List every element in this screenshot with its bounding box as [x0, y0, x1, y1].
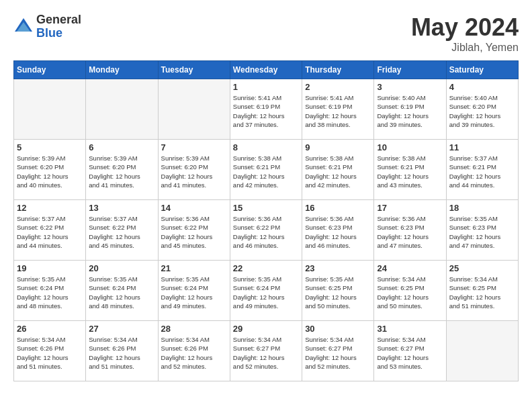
- weekday-header-monday: Monday: [86, 61, 158, 79]
- day-info: Sunrise: 5:34 AM Sunset: 6:25 PM Dayligh…: [377, 275, 443, 310]
- day-number: 9: [305, 142, 371, 152]
- logo-icon: [13, 17, 34, 37]
- day-number: 2: [305, 82, 371, 92]
- day-info: Sunrise: 5:35 AM Sunset: 6:23 PM Dayligh…: [449, 214, 515, 250]
- calendar-cell: 12Sunrise: 5:37 AM Sunset: 6:22 PM Dayli…: [14, 200, 86, 261]
- day-info: Sunrise: 5:39 AM Sunset: 6:20 PM Dayligh…: [89, 154, 154, 189]
- day-info: Sunrise: 5:35 AM Sunset: 6:25 PM Dayligh…: [305, 275, 371, 310]
- day-info: Sunrise: 5:39 AM Sunset: 6:20 PM Dayligh…: [17, 154, 83, 189]
- month-year: May 2024: [411, 13, 519, 42]
- location: Jiblah, Yemen: [411, 42, 519, 54]
- weekday-header-saturday: Saturday: [446, 61, 518, 79]
- calendar-cell: 24Sunrise: 5:34 AM Sunset: 6:25 PM Dayli…: [374, 261, 446, 321]
- day-info: Sunrise: 5:38 AM Sunset: 6:21 PM Dayligh…: [377, 154, 443, 189]
- calendar-cell: 5Sunrise: 5:39 AM Sunset: 6:20 PM Daylig…: [14, 140, 86, 200]
- title-area: May 2024 Jiblah, Yemen: [411, 13, 519, 54]
- calendar-cell: 19Sunrise: 5:35 AM Sunset: 6:24 PM Dayli…: [14, 261, 86, 321]
- calendar-cell: 7Sunrise: 5:39 AM Sunset: 6:20 PM Daylig…: [158, 140, 230, 200]
- day-info: Sunrise: 5:34 AM Sunset: 6:27 PM Dayligh…: [305, 335, 371, 371]
- calendar-cell: 29Sunrise: 5:34 AM Sunset: 6:27 PM Dayli…: [230, 321, 302, 381]
- day-info: Sunrise: 5:35 AM Sunset: 6:24 PM Dayligh…: [17, 275, 83, 310]
- day-number: 27: [89, 324, 154, 334]
- day-number: 15: [233, 203, 299, 213]
- day-info: Sunrise: 5:35 AM Sunset: 6:24 PM Dayligh…: [233, 275, 299, 310]
- day-number: 18: [449, 203, 515, 213]
- day-number: 22: [233, 263, 299, 273]
- day-info: Sunrise: 5:37 AM Sunset: 6:22 PM Dayligh…: [17, 214, 83, 250]
- day-info: Sunrise: 5:34 AM Sunset: 6:26 PM Dayligh…: [17, 335, 83, 371]
- week-row-5: 26Sunrise: 5:34 AM Sunset: 6:26 PM Dayli…: [14, 321, 519, 381]
- day-info: Sunrise: 5:41 AM Sunset: 6:19 PM Dayligh…: [305, 93, 371, 129]
- day-number: 30: [305, 324, 371, 334]
- calendar-cell: 23Sunrise: 5:35 AM Sunset: 6:25 PM Dayli…: [302, 261, 374, 321]
- day-info: Sunrise: 5:37 AM Sunset: 6:22 PM Dayligh…: [89, 214, 154, 250]
- day-number: 12: [17, 203, 83, 213]
- week-row-3: 12Sunrise: 5:37 AM Sunset: 6:22 PM Dayli…: [14, 200, 519, 261]
- day-number: 16: [305, 203, 371, 213]
- day-number: 19: [17, 263, 83, 273]
- day-number: 31: [377, 324, 443, 334]
- calendar-cell: 14Sunrise: 5:36 AM Sunset: 6:22 PM Dayli…: [158, 200, 230, 261]
- calendar-cell: 27Sunrise: 5:34 AM Sunset: 6:26 PM Dayli…: [86, 321, 158, 381]
- calendar-cell: 15Sunrise: 5:36 AM Sunset: 6:22 PM Dayli…: [230, 200, 302, 261]
- calendar-cell: 4Sunrise: 5:40 AM Sunset: 6:20 PM Daylig…: [446, 79, 518, 140]
- day-info: Sunrise: 5:41 AM Sunset: 6:19 PM Dayligh…: [233, 93, 299, 129]
- weekday-header-row: SundayMondayTuesdayWednesdayThursdayFrid…: [14, 61, 519, 79]
- calendar-cell: 26Sunrise: 5:34 AM Sunset: 6:26 PM Dayli…: [14, 321, 86, 381]
- day-number: 25: [449, 263, 515, 273]
- calendar-cell: 31Sunrise: 5:34 AM Sunset: 6:27 PM Dayli…: [374, 321, 446, 381]
- day-info: Sunrise: 5:36 AM Sunset: 6:23 PM Dayligh…: [305, 214, 371, 250]
- day-number: 29: [233, 324, 299, 334]
- page-header: General Blue May 2024 Jiblah, Yemen: [13, 13, 519, 54]
- calendar-cell: [446, 321, 518, 381]
- day-number: 13: [89, 203, 154, 213]
- calendar-cell: [14, 79, 86, 140]
- day-info: Sunrise: 5:34 AM Sunset: 6:26 PM Dayligh…: [89, 335, 154, 371]
- day-info: Sunrise: 5:34 AM Sunset: 6:27 PM Dayligh…: [377, 335, 443, 371]
- day-info: Sunrise: 5:36 AM Sunset: 6:23 PM Dayligh…: [377, 214, 443, 250]
- day-number: 21: [161, 263, 227, 273]
- day-number: 10: [377, 142, 443, 152]
- day-number: 26: [17, 324, 83, 334]
- day-number: 17: [377, 203, 443, 213]
- calendar-cell: [158, 79, 230, 140]
- calendar-cell: 16Sunrise: 5:36 AM Sunset: 6:23 PM Dayli…: [302, 200, 374, 261]
- calendar-cell: 8Sunrise: 5:38 AM Sunset: 6:21 PM Daylig…: [230, 140, 302, 200]
- calendar-cell: 3Sunrise: 5:40 AM Sunset: 6:19 PM Daylig…: [374, 79, 446, 140]
- week-row-2: 5Sunrise: 5:39 AM Sunset: 6:20 PM Daylig…: [14, 140, 519, 200]
- weekday-header-wednesday: Wednesday: [230, 61, 302, 79]
- logo-general: General: [36, 13, 81, 27]
- calendar-cell: 1Sunrise: 5:41 AM Sunset: 6:19 PM Daylig…: [230, 79, 302, 140]
- day-number: 5: [17, 142, 83, 152]
- day-info: Sunrise: 5:40 AM Sunset: 6:19 PM Dayligh…: [377, 93, 443, 129]
- weekday-header-sunday: Sunday: [14, 61, 86, 79]
- day-number: 3: [377, 82, 443, 92]
- calendar-table: SundayMondayTuesdayWednesdayThursdayFrid…: [13, 60, 519, 381]
- logo: General Blue: [13, 13, 81, 40]
- calendar-cell: 18Sunrise: 5:35 AM Sunset: 6:23 PM Dayli…: [446, 200, 518, 261]
- day-number: 7: [161, 142, 227, 152]
- calendar-cell: 25Sunrise: 5:34 AM Sunset: 6:25 PM Dayli…: [446, 261, 518, 321]
- weekday-header-friday: Friday: [374, 61, 446, 79]
- day-number: 14: [161, 203, 227, 213]
- day-info: Sunrise: 5:36 AM Sunset: 6:22 PM Dayligh…: [233, 214, 299, 250]
- day-info: Sunrise: 5:35 AM Sunset: 6:24 PM Dayligh…: [89, 275, 154, 310]
- calendar-cell: 2Sunrise: 5:41 AM Sunset: 6:19 PM Daylig…: [302, 79, 374, 140]
- logo-blue: Blue: [36, 27, 81, 40]
- weekday-header-thursday: Thursday: [302, 61, 374, 79]
- day-info: Sunrise: 5:34 AM Sunset: 6:26 PM Dayligh…: [161, 335, 227, 371]
- day-info: Sunrise: 5:37 AM Sunset: 6:21 PM Dayligh…: [449, 154, 515, 189]
- calendar-cell: 28Sunrise: 5:34 AM Sunset: 6:26 PM Dayli…: [158, 321, 230, 381]
- day-info: Sunrise: 5:35 AM Sunset: 6:24 PM Dayligh…: [161, 275, 227, 310]
- day-number: 28: [161, 324, 227, 334]
- day-number: 20: [89, 263, 154, 273]
- calendar-cell: 22Sunrise: 5:35 AM Sunset: 6:24 PM Dayli…: [230, 261, 302, 321]
- calendar-cell: 11Sunrise: 5:37 AM Sunset: 6:21 PM Dayli…: [446, 140, 518, 200]
- day-info: Sunrise: 5:34 AM Sunset: 6:25 PM Dayligh…: [449, 275, 515, 310]
- day-number: 11: [449, 142, 515, 152]
- calendar-cell: 6Sunrise: 5:39 AM Sunset: 6:20 PM Daylig…: [86, 140, 158, 200]
- calendar-cell: 21Sunrise: 5:35 AM Sunset: 6:24 PM Dayli…: [158, 261, 230, 321]
- week-row-4: 19Sunrise: 5:35 AM Sunset: 6:24 PM Dayli…: [14, 261, 519, 321]
- week-row-1: 1Sunrise: 5:41 AM Sunset: 6:19 PM Daylig…: [14, 79, 519, 140]
- day-number: 1: [233, 82, 299, 92]
